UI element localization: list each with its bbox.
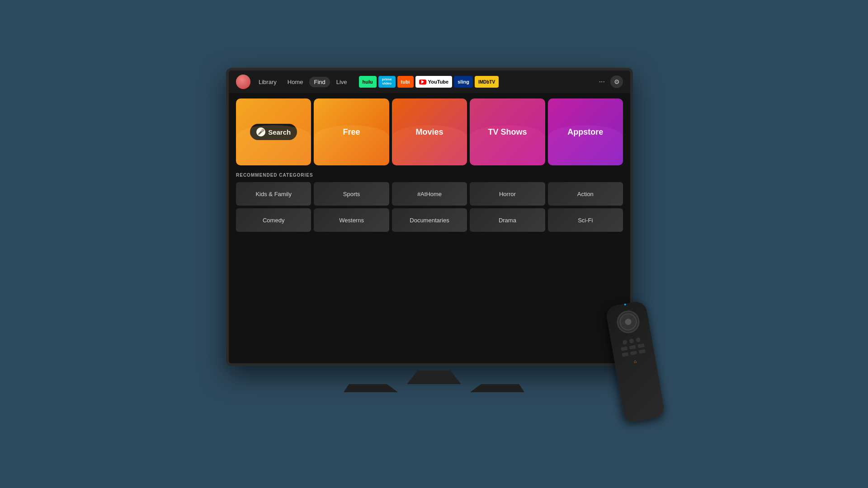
nav-find[interactable]: Find <box>309 77 330 87</box>
tubi-label: tubi <box>401 79 410 84</box>
westerns-label: Westerns <box>339 217 364 224</box>
tvshows-label: TV Shows <box>488 127 527 137</box>
category-kids-family[interactable]: Kids & Family <box>236 182 311 206</box>
remote-ring <box>618 312 638 332</box>
tile-wave-search <box>236 125 311 165</box>
settings-button[interactable]: ⚙ <box>610 75 623 88</box>
tubi-app-button[interactable]: tubi <box>397 76 414 88</box>
remote-buttons: ⌂ <box>611 333 656 371</box>
nav-links: Library Home Find Live <box>254 77 352 87</box>
tv-screen: Library Home Find Live hulu primevideo <box>229 70 630 363</box>
youtube-app-button[interactable]: YouTube <box>415 76 452 88</box>
tv-stand-neck <box>407 371 461 384</box>
section-title: RECOMMENDED CATEGORIES <box>236 173 623 178</box>
prime-video-app-button[interactable]: primevideo <box>378 76 396 88</box>
category-documentaries[interactable]: Documentaries <box>392 208 467 232</box>
main-content: 🎤 Search Free Movies <box>229 93 630 237</box>
remote-dpad[interactable] <box>615 309 642 335</box>
remote-btn-home[interactable] <box>629 338 634 344</box>
free-tile[interactable]: Free <box>314 99 389 165</box>
categories-grid: Kids & Family Sports #AtHome Horror Acti <box>236 182 623 232</box>
sci-fi-label: Sci-Fi <box>578 217 593 224</box>
comedy-label: Comedy <box>263 217 284 224</box>
imdb-app-button[interactable]: IMDbTV <box>475 76 499 88</box>
remote-btn-mute[interactable] <box>630 351 637 355</box>
avatar[interactable] <box>236 75 250 89</box>
remote-btn-vol-up[interactable] <box>622 352 628 357</box>
remote-select-button[interactable] <box>624 318 632 325</box>
remote-row-1 <box>622 337 641 345</box>
search-tile[interactable]: 🎤 Search <box>236 99 311 165</box>
sports-label: Sports <box>343 191 360 197</box>
hulu-label: hulu <box>363 79 373 84</box>
nav-bar: Library Home Find Live hulu primevideo <box>229 70 630 93</box>
category-westerns[interactable]: Westerns <box>314 208 389 232</box>
documentaries-label: Documentaries <box>410 217 449 224</box>
avatar-image <box>236 75 250 89</box>
action-label: Action <box>577 191 594 197</box>
hero-tiles: 🎤 Search Free Movies <box>236 99 623 165</box>
remote-btn-back[interactable] <box>622 340 627 345</box>
nav-live[interactable]: Live <box>332 77 352 87</box>
prime-label: primevideo <box>382 78 392 86</box>
nav-apps: hulu primevideo tubi <box>359 76 499 88</box>
categories-section: RECOMMENDED CATEGORIES Kids & Family Spo… <box>236 173 623 232</box>
kids-family-label: Kids & Family <box>255 191 291 197</box>
appstore-tile[interactable]: Appstore <box>548 99 623 165</box>
tvshows-tile[interactable]: TV Shows <box>470 99 545 165</box>
more-button[interactable]: ··· <box>596 76 608 88</box>
category-athome[interactable]: #AtHome <box>392 182 467 206</box>
tv-stand-base-right <box>470 384 524 392</box>
youtube-inner: YouTube <box>419 79 448 84</box>
appstore-label: Appstore <box>567 127 603 137</box>
nav-home[interactable]: Home <box>283 77 308 87</box>
hulu-app-button[interactable]: hulu <box>359 76 377 88</box>
category-drama[interactable]: Drama <box>470 208 545 232</box>
imdb-label: IMDbTV <box>478 80 495 84</box>
tv-stand-base-left <box>344 384 398 392</box>
nav-library[interactable]: Library <box>254 77 281 87</box>
remote-amazon-logo: ⌂ <box>633 359 637 364</box>
tv-frame: Library Home Find Live hulu primevideo <box>226 68 633 366</box>
settings-icon: ⚙ <box>614 78 620 85</box>
youtube-play-icon <box>419 80 426 84</box>
sling-app-button[interactable]: sling <box>454 76 473 88</box>
athome-label: #AtHome <box>417 191 442 197</box>
remote-btn-vol-down[interactable] <box>639 349 646 354</box>
remote-btn-rewind[interactable] <box>621 347 627 351</box>
remote-btn-menu[interactable] <box>636 337 641 343</box>
category-sci-fi[interactable]: Sci-Fi <box>548 208 623 232</box>
remote-btn-forward[interactable] <box>638 343 645 348</box>
category-sports[interactable]: Sports <box>314 182 389 206</box>
category-comedy[interactable]: Comedy <box>236 208 311 232</box>
free-label: Free <box>343 127 360 137</box>
category-horror[interactable]: Horror <box>470 182 545 206</box>
horror-label: Horror <box>499 191 516 197</box>
category-action[interactable]: Action <box>548 182 623 206</box>
sling-label: sling <box>458 79 469 84</box>
tv-container: Library Home Find Live hulu primevideo <box>226 68 642 420</box>
remote-btn-play[interactable] <box>629 345 636 349</box>
remote-led <box>624 304 626 306</box>
movies-tile[interactable]: Movies <box>392 99 467 165</box>
movies-label: Movies <box>416 127 443 137</box>
youtube-label: YouTube <box>428 79 448 84</box>
drama-label: Drama <box>499 217 516 224</box>
